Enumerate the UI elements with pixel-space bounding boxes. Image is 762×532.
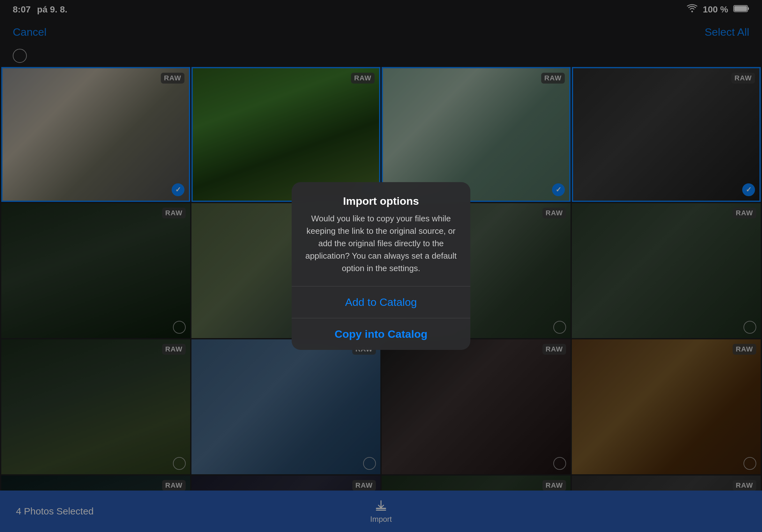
add-to-catalog-button[interactable]: Add to Catalog (292, 287, 470, 318)
dialog-body: Would you like to copy your files while … (292, 212, 470, 286)
dialog-title: Import options (292, 182, 470, 212)
copy-into-catalog-button[interactable]: Copy into Catalog (292, 318, 470, 350)
import-dialog: Import options Would you like to copy yo… (292, 182, 470, 350)
